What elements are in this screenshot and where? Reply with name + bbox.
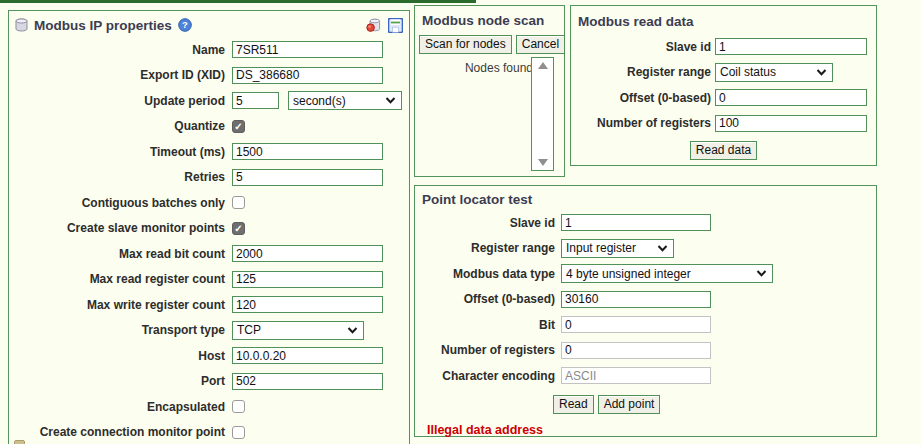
add-point-button[interactable]: Add point (598, 395, 661, 414)
scan-for-nodes-button[interactable]: Scan for nodes (419, 35, 512, 54)
form-row-timeout: Timeout (ms) (9, 139, 409, 165)
nodes-list-scrollbar[interactable] (531, 57, 554, 171)
form-row-register-range: Register range Input register (415, 236, 876, 262)
contiguous-batches-checkbox[interactable] (232, 196, 245, 209)
scroll-down-icon[interactable] (538, 159, 548, 166)
read-num-registers-input[interactable] (715, 115, 867, 132)
field-label: Slave id (571, 40, 711, 54)
field-label: Export ID (XID) (9, 68, 225, 82)
timeout-input[interactable] (232, 143, 383, 160)
panel-header: Modbus IP properties ? (9, 11, 409, 37)
svg-text:?: ? (182, 19, 188, 30)
locator-offset-input[interactable] (561, 291, 711, 308)
max-read-register-input[interactable] (232, 271, 383, 288)
chevron-down-icon (657, 245, 668, 252)
field-label: Encapsulated (9, 400, 225, 414)
port-input[interactable] (232, 373, 383, 390)
panel-title: Point locator test (422, 192, 532, 207)
quantize-checkbox[interactable] (232, 120, 245, 133)
character-encoding-input[interactable] (561, 367, 711, 384)
field-label: Offset (0-based) (571, 91, 711, 105)
form-row-contiguous: Contiguous batches only (9, 190, 409, 216)
create-connection-monitor-checkbox[interactable] (232, 426, 245, 439)
update-period-input[interactable] (232, 92, 279, 109)
panel-header: Modbus node scan (415, 6, 564, 32)
selected-option: Input register (566, 241, 636, 255)
create-slave-monitor-checkbox[interactable] (232, 222, 245, 235)
chevron-down-icon (385, 97, 396, 104)
modbus-data-type-select[interactable]: 4 byte unsigned integer (561, 264, 773, 283)
form-row-connection-monitor: Create connection monitor point (9, 420, 409, 444)
field-label: Slave id (415, 216, 555, 230)
form-row-xid: Export ID (XID) (9, 63, 409, 89)
cancel-button[interactable]: Cancel (516, 35, 565, 54)
max-read-bit-input[interactable] (232, 245, 383, 262)
field-label: Modbus data type (415, 267, 555, 281)
field-label: Create connection monitor point (9, 425, 225, 439)
field-label: Timeout (ms) (9, 145, 225, 159)
error-message: Illegal data address (427, 423, 876, 437)
field-label: Host (9, 349, 225, 363)
panel-title: Modbus read data (578, 14, 694, 29)
panel-title: Modbus node scan (422, 13, 544, 28)
help-icon[interactable]: ? (178, 18, 192, 32)
form-row-offset: Offset (0-based) (415, 287, 876, 313)
disable-datasource-icon[interactable] (366, 18, 382, 33)
form-row-slave-monitor: Create slave monitor points (9, 216, 409, 242)
form-row-num-registers: Number of registers (415, 338, 876, 364)
retries-input[interactable] (232, 169, 383, 186)
selected-option: 4 byte unsigned integer (566, 267, 691, 281)
field-label: Name (9, 43, 225, 57)
point-locator-test-panel: Point locator test Slave id Register ran… (414, 185, 877, 437)
field-label: Update period (9, 94, 225, 108)
transport-type-select[interactable]: TCP (232, 321, 364, 340)
host-input[interactable] (232, 347, 383, 364)
modbus-ip-properties-panel: Modbus IP properties ? Name Export ID (X… (8, 10, 410, 444)
form-row-num-registers: Number of registers (571, 111, 876, 137)
read-register-range-select[interactable]: Coil status (715, 63, 833, 82)
locator-slave-id-input[interactable] (561, 214, 711, 231)
bit-input[interactable] (561, 316, 711, 333)
encapsulated-checkbox[interactable] (232, 400, 245, 413)
form-row-bit: Bit (415, 312, 876, 338)
field-label: Max read bit count (9, 247, 225, 261)
name-input[interactable] (232, 41, 383, 58)
read-slave-id-input[interactable] (715, 38, 867, 55)
field-label: Port (9, 374, 225, 388)
clipped-section-icon (14, 440, 25, 444)
update-period-unit-select[interactable]: second(s) (288, 91, 402, 110)
locator-register-range-select[interactable]: Input register (561, 239, 674, 258)
form-row-max-read-bit: Max read bit count (9, 241, 409, 267)
form-row-update-period: Update period second(s) (9, 88, 409, 114)
save-icon[interactable] (388, 18, 403, 33)
field-label: Register range (571, 65, 711, 79)
selected-option: Coil status (720, 65, 776, 79)
field-label: Bit (415, 318, 555, 332)
form-row-max-read-register: Max read register count (9, 267, 409, 293)
form-row-encapsulated: Encapsulated (9, 394, 409, 420)
scan-buttons-row: Scan for nodes Cancel (419, 35, 564, 54)
read-data-button[interactable]: Read data (690, 141, 757, 160)
form-row-name: Name (9, 37, 409, 63)
field-label: Quantize (9, 119, 225, 133)
read-data-button-row: Read data (571, 141, 876, 160)
selected-option: TCP (237, 323, 261, 337)
scroll-up-icon[interactable] (538, 62, 548, 69)
chevron-down-icon (816, 69, 827, 76)
form-row-offset: Offset (0-based) (571, 85, 876, 111)
form-row-slave-id: Slave id (415, 210, 876, 236)
field-label: Retries (9, 170, 225, 184)
field-label: Number of registers (571, 116, 711, 130)
read-offset-input[interactable] (715, 89, 867, 106)
field-label: Transport type (9, 323, 225, 337)
max-write-register-input[interactable] (232, 296, 383, 313)
form-row-data-type: Modbus data type 4 byte unsigned integer (415, 261, 876, 287)
database-icon (15, 18, 28, 32)
field-label: Register range (415, 241, 555, 255)
panel-header: Point locator test (415, 186, 876, 210)
field-label: Character encoding (415, 369, 555, 383)
export-id-input[interactable] (232, 67, 383, 84)
locator-num-registers-input[interactable] (561, 342, 711, 359)
tab-underline (0, 0, 476, 3)
read-button[interactable]: Read (553, 395, 594, 414)
